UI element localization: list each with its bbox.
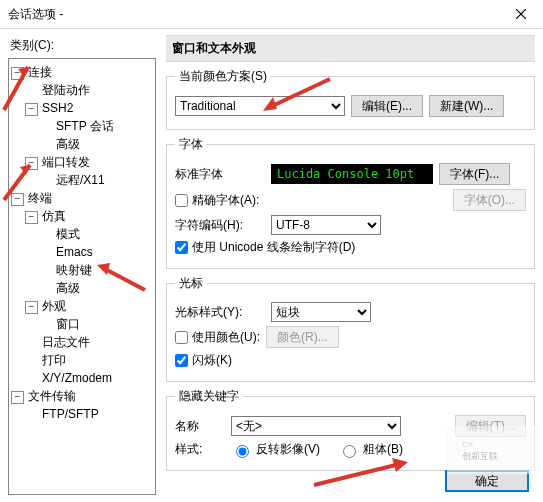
watermark-logo: CX创新互联: [447, 426, 539, 474]
window-title: 会话选项 -: [8, 6, 501, 23]
tree-login[interactable]: 登陆动作: [42, 83, 90, 97]
use-color-checkbox[interactable]: 使用颜色(U):: [175, 329, 260, 346]
category-label: 类别(C):: [10, 37, 156, 54]
tree-xyz[interactable]: X/Y/Zmodem: [42, 371, 112, 385]
edit-scheme-button[interactable]: 编辑(E)...: [351, 95, 423, 117]
tree-window[interactable]: 窗口: [56, 317, 80, 331]
tree-advanced[interactable]: 高级: [56, 137, 80, 151]
standard-font-label: 标准字体: [175, 166, 265, 183]
collapse-icon[interactable]: −: [11, 67, 24, 80]
collapse-icon[interactable]: −: [25, 157, 38, 170]
tree-log-files[interactable]: 日志文件: [42, 335, 90, 349]
tree-ssh2[interactable]: SSH2: [42, 101, 73, 115]
tree-terminal[interactable]: 终端: [28, 191, 52, 205]
collapse-icon[interactable]: −: [25, 103, 38, 116]
titlebar: 会话选项 -: [0, 0, 543, 29]
color-scheme-group: 当前颜色方案(S) Traditional 编辑(E)... 新建(W)...: [166, 68, 535, 130]
precise-font-input[interactable]: [175, 194, 188, 207]
blink-checkbox[interactable]: 闪烁(K): [175, 352, 232, 369]
precise-font-checkbox[interactable]: 精确字体(A):: [175, 192, 259, 209]
collapse-icon[interactable]: −: [11, 391, 24, 404]
svg-text:创新互联: 创新互联: [462, 451, 498, 461]
hidden-name-label: 名称: [175, 418, 225, 435]
close-button[interactable]: [501, 0, 541, 28]
scheme-select[interactable]: Traditional: [175, 96, 345, 116]
hidden-name-select[interactable]: <无>: [231, 416, 401, 436]
collapse-icon[interactable]: −: [11, 193, 24, 206]
collapse-icon[interactable]: −: [25, 301, 38, 314]
cursor-style-select[interactable]: 短块: [271, 302, 371, 322]
cursor-style-label: 光标样式(Y):: [175, 304, 265, 321]
cursor-color-button: 颜色(R)...: [266, 326, 339, 348]
hidden-style-label: 样式:: [175, 441, 225, 458]
tree-advanced2[interactable]: 高级: [56, 281, 80, 295]
unicode-lines-input[interactable]: [175, 241, 188, 254]
font-button-2: 字体(O)...: [453, 189, 526, 211]
tree-appearance[interactable]: 外观: [42, 299, 66, 313]
blink-input[interactable]: [175, 354, 188, 367]
tree-ftp-sftp[interactable]: FTP/SFTP: [42, 407, 99, 421]
radio-invert[interactable]: 反转影像(V): [231, 441, 320, 458]
radio-bold[interactable]: 粗体(B): [338, 441, 403, 458]
cursor-group: 光标 光标样式(Y): 短块 使用颜色(U): 颜色(R)... 闪烁(K): [166, 275, 535, 382]
font-group: 字体 标准字体 Lucida Console 10pt 字体(F)... 精确字…: [166, 136, 535, 269]
tree-file-transfer[interactable]: 文件传输: [28, 389, 76, 403]
tree-sftp-session[interactable]: SFTP 会话: [56, 119, 114, 133]
tree-connection[interactable]: 连接: [28, 65, 52, 79]
use-color-input[interactable]: [175, 331, 188, 344]
collapse-icon[interactable]: −: [25, 211, 38, 224]
hidden-legend: 隐藏关键字: [175, 388, 243, 405]
font-button[interactable]: 字体(F)...: [439, 163, 510, 185]
font-legend: 字体: [175, 136, 207, 153]
tree-emulation[interactable]: 仿真: [42, 209, 66, 223]
svg-text:CX: CX: [462, 440, 474, 449]
tree-mode[interactable]: 模式: [56, 227, 80, 241]
color-scheme-legend: 当前颜色方案(S): [175, 68, 271, 85]
tree-print[interactable]: 打印: [42, 353, 66, 367]
unicode-lines-checkbox[interactable]: 使用 Unicode 线条绘制字符(D): [175, 239, 355, 256]
tree-map-keys[interactable]: 映射键: [56, 263, 92, 277]
tree-remote-x11[interactable]: 远程/X11: [56, 173, 105, 187]
tree-emacs[interactable]: Emacs: [56, 245, 93, 259]
tree-port-forward[interactable]: 端口转发: [42, 155, 90, 169]
section-header: 窗口和文本外观: [166, 35, 535, 62]
encoding-select[interactable]: UTF-8: [271, 215, 381, 235]
encoding-label: 字符编码(H):: [175, 217, 265, 234]
close-icon: [516, 9, 526, 19]
new-scheme-button[interactable]: 新建(W)...: [429, 95, 504, 117]
font-sample: Lucida Console 10pt: [271, 164, 433, 184]
cursor-legend: 光标: [175, 275, 207, 292]
category-tree[interactable]: −连接 登陆动作 −SSH2 SFTP 会话 高级 −端口转发 远程/X11: [8, 58, 156, 495]
